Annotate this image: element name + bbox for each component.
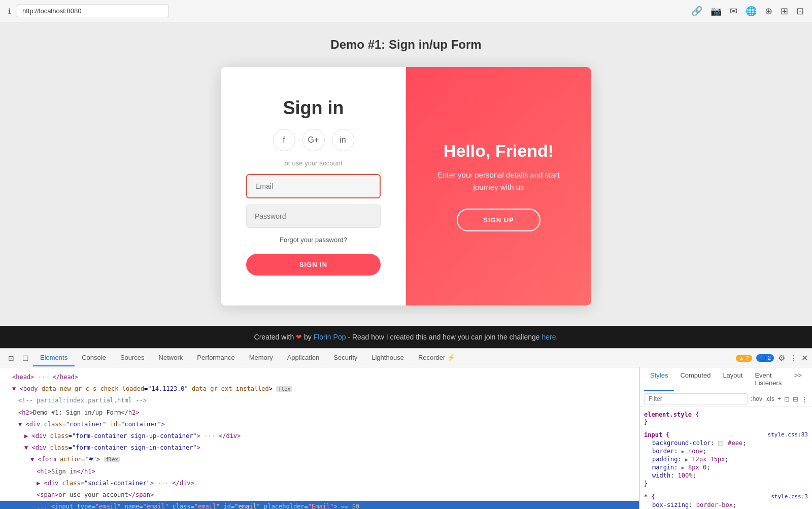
footer-dot: . bbox=[556, 333, 558, 341]
styles-filter-input[interactable] bbox=[644, 393, 748, 404]
html-line: <h1>Sign in</h1> bbox=[0, 466, 639, 478]
html-line: <head> ··· </head> bbox=[0, 371, 639, 383]
element-style-rule: element.style { } bbox=[644, 411, 808, 425]
tab-memory[interactable]: Memory bbox=[242, 350, 280, 366]
devtools-inspect-icon[interactable]: ☐ bbox=[18, 351, 33, 365]
html-line: ▼ <div class="container" id="container"> bbox=[0, 419, 639, 430]
styles-panel: Styles Computed Layout Event Listeners >… bbox=[639, 367, 812, 509]
plus-icon[interactable]: ⊕ bbox=[765, 6, 772, 17]
copy-style-icon[interactable]: ⊡ bbox=[784, 395, 790, 403]
url-bar[interactable]: http://localhost:8080 bbox=[17, 5, 169, 17]
devtools-main-content: <head> ··· </head> ▼ <body data-new-gr-c… bbox=[0, 367, 812, 509]
html-line: ▼ <body data-new-gr-c-s-check-loaded="14… bbox=[0, 383, 639, 395]
styles-tabs-bar: Styles Computed Layout Event Listeners >… bbox=[640, 367, 812, 391]
html-line-selected[interactable]: ... <input type="email" name="email" cla… bbox=[0, 501, 639, 509]
author-link[interactable]: Florin Pop bbox=[314, 333, 346, 341]
email-input[interactable] bbox=[246, 174, 381, 198]
google-plus-icon: G+ bbox=[308, 135, 319, 145]
sign-in-panel: Sign in f G+ in or use your account Forg… bbox=[221, 67, 406, 306]
auth-card: Sign in f G+ in or use your account Forg… bbox=[221, 67, 591, 306]
styles-content: element.style { } input { style.css:83 b… bbox=[640, 407, 812, 509]
tab-more-styles[interactable]: >> bbox=[788, 367, 808, 391]
html-line: <!-- partial:index.partial.html --> bbox=[0, 395, 639, 406]
devtools-settings-icon[interactable]: ⚙ bbox=[778, 353, 785, 363]
hello-title: Hello, Friend! bbox=[444, 141, 554, 161]
tab-event-listeners[interactable]: Event Listeners bbox=[749, 367, 788, 391]
add-style-button[interactable]: + bbox=[777, 395, 781, 402]
tab-elements[interactable]: Elements bbox=[33, 350, 75, 366]
page-content: Demo #1: Sign in/up Form Sign in f G+ in… bbox=[0, 22, 812, 326]
star-style-selector: * { style.css:3 bbox=[644, 493, 808, 500]
footer-text-mid: by bbox=[304, 333, 312, 341]
footer-text-prefix: Created with bbox=[254, 333, 294, 341]
tab-styles[interactable]: Styles bbox=[644, 367, 674, 391]
tab-lighthouse[interactable]: Lighthouse bbox=[364, 350, 411, 366]
linkedin-button[interactable]: in bbox=[332, 129, 354, 151]
footer-bar: Created with ❤ by Florin Pop - Read how … bbox=[0, 326, 812, 348]
toggle-style-icon[interactable]: ⊟ bbox=[793, 395, 798, 403]
tab-application[interactable]: Application bbox=[280, 350, 327, 366]
globe-icon[interactable]: 🌐 bbox=[746, 6, 757, 17]
use-account-text: or use your account bbox=[284, 159, 342, 167]
expand-icon[interactable]: ⊡ bbox=[796, 6, 804, 17]
devtools-cursor-icon[interactable]: ⊡ bbox=[4, 351, 18, 365]
heart-icon: ❤ bbox=[296, 333, 302, 341]
tab-computed[interactable]: Computed bbox=[674, 367, 717, 391]
devtools-panel: ⊡ ☐ Elements Console Sources Network Per… bbox=[0, 348, 812, 509]
html-line: ▼ <div class="form-container sign-in-con… bbox=[0, 442, 639, 454]
social-icons-container: f G+ in bbox=[273, 129, 354, 151]
input-style-selector: input { style.css:83 bbox=[644, 431, 808, 438]
element-style-selector: element.style { bbox=[644, 411, 808, 418]
filter-cls[interactable]: .cls bbox=[765, 395, 774, 402]
hello-description: Enter your personal details and start jo… bbox=[431, 169, 566, 193]
input-style-closing: } bbox=[644, 480, 808, 487]
grid-icon[interactable]: ⊞ bbox=[781, 6, 788, 17]
browser-action-icons: 🔗 📷 ✉ 🌐 ⊕ ⊞ ⊡ bbox=[691, 6, 804, 17]
color-swatch[interactable] bbox=[718, 441, 723, 446]
html-panel: <head> ··· </head> ▼ <body data-new-gr-c… bbox=[0, 367, 639, 509]
styles-filter-toolbar: :hov .cls + ⊡ ⊟ ⋮ bbox=[640, 391, 812, 407]
devtools-close-icon[interactable]: ✕ bbox=[801, 353, 808, 363]
password-input[interactable] bbox=[246, 205, 381, 228]
here-link[interactable]: here bbox=[542, 333, 556, 341]
input-style-rule: input { style.css:83 background-color: #… bbox=[644, 431, 808, 487]
page-title: Demo #1: Sign in/up Form bbox=[330, 38, 481, 52]
html-line: ▶ <div class="form-container sign-up-con… bbox=[0, 430, 639, 442]
tab-security[interactable]: Security bbox=[326, 350, 364, 366]
tab-recorder[interactable]: Recorder ⚡ bbox=[411, 350, 462, 366]
link-icon[interactable]: 🔗 bbox=[691, 6, 702, 17]
tab-layout[interactable]: Layout bbox=[717, 367, 749, 391]
more-style-icon[interactable]: ⋮ bbox=[801, 395, 808, 403]
html-line: <span>or use your account</span> bbox=[0, 489, 639, 501]
tab-network[interactable]: Network bbox=[152, 350, 190, 366]
style-prop-bg: background-color: #eee; bbox=[644, 439, 808, 447]
facebook-button[interactable]: f bbox=[273, 129, 295, 151]
filter-hov[interactable]: :hov bbox=[751, 395, 762, 402]
star-style-rule: * { style.css:3 box-sizing: border-box; … bbox=[644, 493, 808, 509]
mail-icon[interactable]: ✉ bbox=[730, 6, 737, 17]
tab-sources[interactable]: Sources bbox=[113, 350, 152, 366]
facebook-icon: f bbox=[283, 135, 285, 145]
element-style-closing: } bbox=[644, 418, 808, 425]
tab-performance[interactable]: Performance bbox=[190, 350, 242, 366]
browser-toolbar: ℹ http://localhost:8080 🔗 📷 ✉ 🌐 ⊕ ⊞ ⊡ bbox=[0, 0, 812, 22]
sign-up-panel: Hello, Friend! Enter your personal detai… bbox=[406, 67, 591, 306]
info-icon: ℹ bbox=[8, 7, 11, 15]
camera-icon[interactable]: 📷 bbox=[710, 6, 722, 17]
sign-in-title: Sign in bbox=[283, 97, 344, 119]
style-prop-boxsizing: box-sizing: border-box; bbox=[644, 501, 808, 508]
devtools-right-icons: ▲ 2 🔵 2 ⚙ ⋮ ✕ bbox=[736, 353, 808, 363]
style-prop-margin: margin: ▶ 8px 0; bbox=[644, 464, 808, 471]
tab-console[interactable]: Console bbox=[75, 350, 113, 366]
warning-badge: ▲ 2 bbox=[736, 355, 752, 362]
html-line: ▼ <form action="#"> flex bbox=[0, 454, 639, 465]
google-plus-button[interactable]: G+ bbox=[302, 129, 325, 151]
sign-up-button[interactable]: SIGN UP bbox=[457, 209, 540, 231]
devtools-more-icon[interactable]: ⋮ bbox=[789, 353, 797, 363]
style-prop-width: width: 100%; bbox=[644, 472, 808, 479]
sign-in-button[interactable]: SIGN IN bbox=[246, 254, 381, 276]
style-prop-border: border: ▶ none; bbox=[644, 448, 808, 455]
forgot-password-link[interactable]: Forgot your password? bbox=[280, 236, 347, 244]
devtools-tabs-bar: ⊡ ☐ Elements Console Sources Network Per… bbox=[0, 349, 812, 367]
footer-text-suffix: - Read how I created this and how you ca… bbox=[348, 333, 539, 341]
